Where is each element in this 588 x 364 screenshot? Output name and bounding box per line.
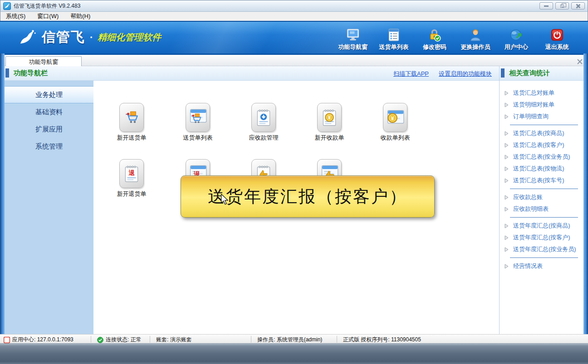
query-item-label: 送货汇总表(按物流) xyxy=(513,165,564,173)
query-item[interactable]: 送货汇总表(按车号) xyxy=(502,175,583,186)
triangle-icon xyxy=(505,247,509,252)
module-settings-link[interactable]: 设置启用的功能模块 xyxy=(439,70,492,78)
triangle-icon xyxy=(505,155,509,160)
menu-system[interactable]: 系统(S) xyxy=(6,12,25,20)
query-panel-header: 相关查询统计 xyxy=(501,68,550,78)
close-button[interactable] xyxy=(571,2,585,10)
lock-check-icon xyxy=(428,25,441,42)
triangle-icon xyxy=(505,166,509,171)
toolbar-label: 退出系统 xyxy=(545,43,569,51)
query-item[interactable]: 送货汇总表(按业务员) xyxy=(502,151,583,163)
application-window: 信管飞送货单软件 V9.2.483 系统(S) 窗口(W) 帮助(H) 信管飞 … xyxy=(0,0,588,364)
receivables-management-button[interactable] xyxy=(251,103,276,132)
query-item-label: 送货年度汇总(按客户) xyxy=(513,233,570,242)
status-divider xyxy=(91,336,91,343)
triangle-icon xyxy=(505,223,509,228)
monitor-icon xyxy=(346,25,360,42)
tooltip-text: 送货年度汇报（按客户） xyxy=(208,185,407,208)
query-item-label: 送货汇总对账单 xyxy=(513,89,554,97)
window-frame-right xyxy=(583,53,588,334)
delivery-note-list-button[interactable] xyxy=(186,103,210,132)
status-operator: 操作员: 系统管理员(admin) xyxy=(257,336,322,344)
query-item[interactable]: 送货年度汇总(按客户) xyxy=(502,232,583,243)
status-license-text: 正式版 授权序列号: 1130904505 xyxy=(343,336,421,344)
query-item[interactable]: 送货汇总对账单 xyxy=(502,87,583,99)
person-icon xyxy=(469,25,482,42)
brand-dot: · xyxy=(90,32,93,44)
query-item[interactable]: 送货汇总表(按商品) xyxy=(502,127,583,139)
triangle-icon xyxy=(505,102,509,107)
query-item[interactable]: 送货汇总表(按客户) xyxy=(502,139,583,151)
query-item[interactable]: 送货年度汇总(按业务员) xyxy=(502,243,583,255)
query-item-label: 送货明细对账单 xyxy=(513,101,554,109)
query-item-label: 送货年度汇总(按业务员) xyxy=(513,245,576,253)
icon-label: 送货单列表 xyxy=(173,134,223,142)
nav-window-button[interactable]: 功能导航窗 xyxy=(334,25,372,52)
triangle-icon xyxy=(505,178,509,183)
triangle-icon xyxy=(505,143,509,148)
scan-download-app-link[interactable]: 扫描下载APP xyxy=(393,70,429,78)
query-item[interactable]: 应收款明细表 xyxy=(502,203,583,215)
triangle-icon xyxy=(505,131,509,136)
new-receipt-button[interactable] xyxy=(317,103,342,132)
globe-arrow-icon xyxy=(510,25,523,42)
query-item[interactable]: 应收款总账 xyxy=(502,191,583,203)
triangle-icon xyxy=(505,114,509,119)
header-chip xyxy=(501,68,505,78)
sidebar-item-business[interactable]: 业务处理 xyxy=(5,86,93,103)
status-bar: 应用中心: 127.0.0.1:7093 连接状态: 正常 账套: 演示账套 操… xyxy=(0,334,588,344)
status-divider xyxy=(337,336,337,343)
query-item[interactable]: 订单明细查询 xyxy=(502,111,583,122)
status-divider xyxy=(251,336,251,343)
app-mini-icon xyxy=(4,337,10,343)
switch-operator-button[interactable]: 更换操作员 xyxy=(456,25,495,52)
menu-window[interactable]: 窗口(W) xyxy=(37,12,59,20)
user-center-button[interactable]: 用户中心 xyxy=(497,25,535,52)
window-yen-icon xyxy=(386,109,404,126)
query-item-label: 送货汇总表(按客户) xyxy=(513,141,564,149)
triangle-icon xyxy=(505,195,509,200)
icon-label: 新开送货单 xyxy=(107,134,157,142)
restore-button[interactable] xyxy=(555,2,569,10)
sidebar-item-extensions[interactable]: 扩展应用 xyxy=(5,121,93,138)
minimize-button[interactable] xyxy=(539,2,553,10)
sidebar-item-system[interactable]: 系统管理 xyxy=(5,138,93,155)
title-bar: 信管飞送货单软件 V9.2.483 xyxy=(0,0,588,12)
receipt-list-button[interactable] xyxy=(383,103,407,132)
query-item-label: 送货年度汇总(按商品) xyxy=(513,222,570,230)
menu-help[interactable]: 帮助(H) xyxy=(70,12,90,20)
query-item[interactable]: 送货明细对账单 xyxy=(502,99,583,111)
toolbar-label: 修改密码 xyxy=(423,43,446,51)
window-title: 信管飞送货单软件 V9.2.483 xyxy=(14,2,80,10)
delivery-list-button[interactable]: 送货单列表 xyxy=(375,25,413,52)
status-connection-text: 连接状态: 正常 xyxy=(106,336,142,344)
toolbar-label: 功能导航窗 xyxy=(338,43,368,51)
toolbar-label: 送货单列表 xyxy=(379,43,409,51)
change-password-button[interactable]: 修改密码 xyxy=(416,25,454,52)
query-item[interactable]: 送货年度汇总(按商品) xyxy=(502,220,583,232)
sidebar-item-basicdata[interactable]: 基础资料 xyxy=(5,103,93,121)
status-operator-text: 操作员: 系统管理员(admin) xyxy=(257,336,322,344)
header-links: 扫描下载APP 设置启用的功能模块 xyxy=(393,70,492,78)
sidebar-item-label: 基础资料 xyxy=(35,108,63,116)
new-return-note-button[interactable]: 退 xyxy=(119,159,144,188)
cart-icon xyxy=(124,111,139,124)
nav-panel-header: 功能导航栏 xyxy=(5,68,48,78)
status-license: 正式版 授权序列号: 1130904505 xyxy=(343,336,421,344)
menu-bar: 系统(S) 窗口(W) 帮助(H) xyxy=(0,12,588,21)
exit-system-button[interactable]: 退出系统 xyxy=(538,25,576,52)
query-item[interactable]: 送货汇总表(按物流) xyxy=(502,163,583,175)
close-tab-icon[interactable] xyxy=(577,58,583,64)
status-divider xyxy=(150,336,150,343)
triangle-icon xyxy=(505,91,509,96)
brand-tagline: 精细化管理软件 xyxy=(98,31,161,44)
tab-label: 功能导航窗 xyxy=(29,58,59,66)
query-item[interactable]: 经营情况表 xyxy=(502,260,583,272)
app-logo-icon xyxy=(3,2,11,10)
icon-label: 新开收款单 xyxy=(304,134,354,142)
header-banner: 信管飞 · 精细化管理软件 功能导航窗 送货单列表 修改密码 xyxy=(0,21,588,53)
taskbar: 信管飞送货单软件 CH 97% xyxy=(0,344,588,364)
new-delivery-note-button[interactable] xyxy=(119,103,144,132)
section-header-row: 功能导航栏 扫描下载APP 设置启用的功能模块 相关查询统计 xyxy=(0,66,588,81)
svg-text:退: 退 xyxy=(128,170,135,176)
